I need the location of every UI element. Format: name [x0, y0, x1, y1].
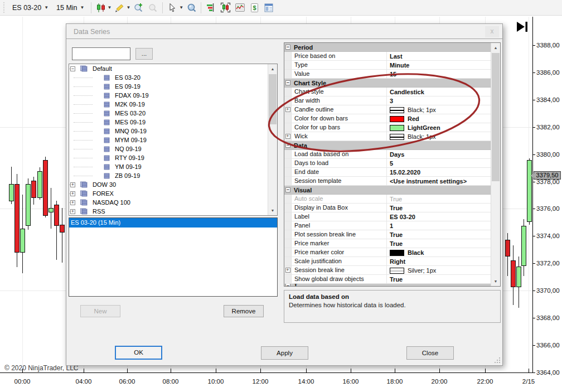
expand-icon[interactable]: +: [70, 200, 75, 205]
property-value[interactable]: True: [387, 195, 491, 203]
property-value[interactable]: Right: [387, 257, 491, 265]
zoom-out-button[interactable]: [146, 1, 159, 14]
property-value[interactable]: True: [387, 230, 491, 239]
expand-icon[interactable]: +: [285, 107, 290, 112]
zoom-in-button[interactable]: [132, 1, 145, 14]
property-value[interactable]: LightGreen: [387, 123, 491, 132]
property-value[interactable]: Black; 1px: [387, 105, 491, 114]
chevron-down-icon[interactable]: ▼: [179, 5, 183, 10]
collapse-icon[interactable]: −: [285, 187, 290, 192]
property-value[interactable]: True: [387, 239, 491, 248]
database-icon: [77, 190, 90, 197]
dialog-resize-grip[interactable]: [494, 357, 501, 364]
property-row: Value15: [284, 70, 491, 79]
tree-item-dow-30[interactable]: +DOW 30: [69, 180, 277, 189]
collapse-icon[interactable]: −: [285, 80, 290, 85]
new-series-button[interactable]: New: [80, 305, 120, 317]
property-value[interactable]: <Use instrument settings>: [387, 177, 491, 185]
property-value[interactable]: Minute: [387, 61, 491, 69]
tree-item-ym-09-19[interactable]: YM 09-19: [69, 162, 277, 171]
remove-series-button[interactable]: Remove: [224, 305, 264, 317]
cursor-tool-button[interactable]: [166, 1, 179, 14]
chart-window-button[interactable]: [219, 1, 232, 14]
property-value[interactable]: 3: [387, 96, 491, 105]
property-value[interactable]: Silver; 1px: [387, 266, 491, 274]
tree-item-es-09-19[interactable]: ES 09-19: [69, 82, 277, 91]
price-axis-line: [532, 17, 533, 372]
tree-item-m2k-09-19[interactable]: M2K 09-19: [69, 100, 277, 109]
dialog-close-button[interactable]: x: [485, 26, 499, 37]
property-value[interactable]: Candlestick: [387, 88, 491, 96]
indicator-button[interactable]: [233, 1, 246, 14]
scrollbar-thumb[interactable]: [492, 53, 500, 181]
expand-icon[interactable]: +: [285, 134, 290, 139]
line-sample: [390, 110, 404, 111]
scroll-down-icon[interactable]: ▼: [268, 206, 277, 215]
toolbar-grip[interactable]: [2, 2, 7, 13]
property-value[interactable]: 15.02.2020: [387, 168, 491, 176]
collapse-icon[interactable]: −: [285, 45, 290, 50]
instrument-search-input[interactable]: [72, 47, 130, 60]
close-button[interactable]: Close: [406, 346, 454, 360]
section-header-period[interactable]: −Period: [284, 43, 491, 52]
property-value[interactable]: Days: [387, 150, 491, 158]
property-value[interactable]: Last: [387, 52, 491, 60]
properties-scrollbar[interactable]: ▲ ▼: [491, 43, 500, 286]
magnify-view-button[interactable]: [185, 1, 198, 14]
tree-item-forex[interactable]: +FOREX: [69, 189, 277, 198]
property-value[interactable]: 5: [387, 159, 491, 167]
draw-tool-button[interactable]: [113, 1, 126, 14]
collapse-icon[interactable]: −: [285, 143, 290, 148]
scroll-up-icon[interactable]: ▲: [268, 64, 277, 74]
tree-item-mes-03-20[interactable]: MES 03-20: [69, 109, 277, 118]
expand-icon[interactable]: +: [70, 182, 75, 187]
go-to-last-bar-button[interactable]: [515, 20, 530, 33]
property-value[interactable]: True: [387, 275, 491, 283]
tree-item-nq-09-19[interactable]: NQ 09-19: [69, 144, 277, 153]
chevron-down-icon[interactable]: ▼: [126, 5, 130, 10]
property-value[interactable]: 1: [387, 221, 491, 230]
tree-scrollbar[interactable]: ▲ ▼: [268, 64, 277, 215]
browse-instruments-button[interactable]: ...: [135, 48, 153, 60]
tree-item-rss[interactable]: +RSS: [69, 207, 277, 216]
data-grid-button[interactable]: [262, 1, 275, 14]
section-header-data[interactable]: −Data: [284, 141, 491, 150]
expand-icon[interactable]: +: [285, 268, 290, 273]
collapse-icon[interactable]: −: [70, 66, 75, 71]
scroll-down-icon[interactable]: ▼: [491, 277, 500, 286]
property-value[interactable]: Red: [387, 114, 491, 123]
scrollbar-thumb[interactable]: [269, 74, 277, 124]
tree-item-nasdaq-100[interactable]: +NASDAQ 100: [69, 198, 277, 207]
tree-item-zb-09-19[interactable]: ZB 09-19: [69, 171, 277, 180]
tree-item-mes-09-19[interactable]: MES 09-19: [69, 118, 277, 127]
property-value[interactable]: True: [387, 204, 491, 212]
chevron-down-icon[interactable]: ▼: [108, 5, 112, 10]
expand-icon[interactable]: +: [70, 209, 75, 214]
scroll-up-icon[interactable]: ▲: [491, 43, 500, 52]
tree-item-es-03-20[interactable]: ES 03-20: [69, 73, 277, 82]
property-value[interactable]: 15: [387, 70, 491, 78]
property-value[interactable]: ES 03-20: [387, 212, 491, 221]
section-header-visual[interactable]: −Visual: [284, 186, 491, 195]
tree-item-mnq-09-19[interactable]: MNQ 09-19: [69, 127, 277, 135]
tree-indent: [74, 167, 93, 167]
interval-selector[interactable]: 15 Min ▼: [53, 3, 88, 13]
tree-item-default[interactable]: −Default: [69, 64, 277, 73]
tree-item-mym-09-19[interactable]: MYM 09-19: [69, 135, 277, 144]
database-icon: [77, 199, 90, 206]
property-value[interactable]: Black: [387, 248, 491, 257]
chart-style-button[interactable]: [94, 1, 108, 14]
instrument-selector[interactable]: ES 03-20 ▼: [9, 3, 52, 13]
property-value[interactable]: Black; 1px: [387, 132, 491, 141]
section-header-chart-style[interactable]: −Chart Style: [284, 79, 491, 88]
account-data-button[interactable]: $: [248, 1, 261, 14]
tree-item-fdax-09-19[interactable]: FDAX 09-19: [69, 91, 277, 100]
tree-item-rty-09-19[interactable]: RTY 09-19: [69, 153, 277, 162]
candle-body: [505, 240, 510, 257]
expand-icon[interactable]: +: [70, 191, 75, 196]
apply-button[interactable]: Apply: [261, 346, 308, 360]
time-axis-label: 04:00: [76, 378, 92, 385]
market-depth-button[interactable]: [204, 1, 217, 14]
series-list-item[interactable]: ES 03-20 (15 Min): [69, 218, 277, 228]
ok-button[interactable]: OK: [115, 346, 162, 360]
